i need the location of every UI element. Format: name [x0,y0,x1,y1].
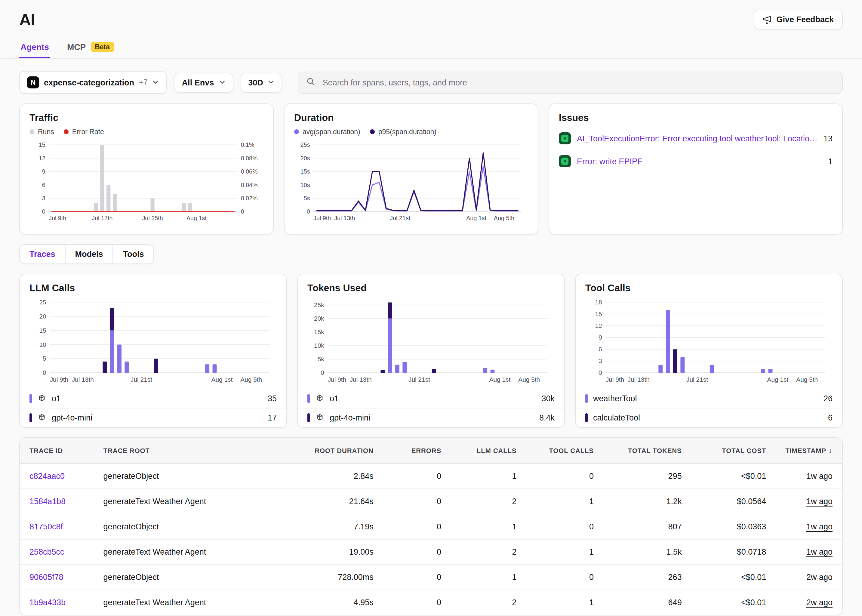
svg-text:15: 15 [595,310,602,317]
trace-id-link[interactable]: 81750c8f [30,522,63,531]
duration-chart[interactable]: 05s10s15s20s25sJul 9thJul 13thJul 21stAu… [294,138,528,226]
tab-agents[interactable]: Agents [19,37,50,58]
timestamp-link[interactable]: 1w ago [806,497,832,506]
env-filter-label: All Envs [182,78,214,87]
cell-llm_calls: 1 [451,514,526,539]
column-header-total_cost[interactable]: TOTAL COST [691,438,776,464]
chevron-down-icon [152,78,159,87]
column-header-trace_id[interactable]: TRACE ID [20,438,94,464]
give-feedback-button[interactable]: Give Feedback [754,9,843,30]
table-row[interactable]: c824aac0generateObject2.84s010295<$0.011… [20,464,842,489]
time-range-dropdown[interactable]: 30D [240,72,283,92]
timestamp-link[interactable]: 1w ago [806,471,832,481]
svg-text:25s: 25s [300,141,310,148]
column-header-llm_calls[interactable]: LLM CALLS [451,438,526,464]
svg-text:Aug 5th: Aug 5th [494,215,514,222]
table-row[interactable]: 1584a1b8generateText Weather Agent21.64s… [20,489,842,514]
summary-row-gpt-4o-mini[interactable]: gpt-4o-mini17 [20,408,286,427]
search-input[interactable] [322,77,834,88]
series-name: gpt-4o-mini [330,413,370,422]
column-header-tool_calls[interactable]: TOOL CALLS [526,438,603,464]
cell-timestamp: 1w ago [776,514,842,539]
table-row[interactable]: 90605f78generateObject728.00ms010263<$0.… [20,564,842,590]
summary-row-gpt-4o-mini[interactable]: gpt-4o-mini8.4k [298,408,564,427]
main-tabs: Agents MCP Beta [0,37,862,59]
tokens-used-chart[interactable]: 05k10k15k20k25kJul 9thJul 13thJul 21stAu… [308,297,554,385]
timestamp-link[interactable]: 2w ago [806,598,832,607]
svg-text:9: 9 [42,168,46,175]
tab-mcp-label: MCP [67,42,86,52]
svg-text:0: 0 [307,208,310,215]
cell-total_cost: $0.0564 [691,489,776,514]
cell-total_tokens: 1.5k [603,539,691,564]
issue-row[interactable]: Error: write EPIPE1 [559,150,832,173]
beta-badge: Beta [91,42,114,52]
traffic-legend: Runs Error Rate [30,127,264,137]
svg-text:0: 0 [241,208,244,215]
series-name: calculateTool [593,413,640,422]
svg-text:3: 3 [598,357,602,364]
series-total: 35 [268,394,277,403]
cell-total_cost: $0.0363 [691,514,776,539]
trace-id-link[interactable]: 1584a1b8 [30,497,66,506]
svg-text:5: 5 [43,355,46,362]
llm-calls-card: LLM Calls 0510152025Jul 9thJul 13thJul 2… [19,274,287,428]
traffic-chart[interactable]: 0030.02%60.04%90.06%120.08%150.1%Jul 9th… [30,138,264,226]
trace-id-link[interactable]: c824aac0 [30,471,65,481]
summary-row-calculateTool[interactable]: calculateTool6 [576,408,842,427]
cell-llm_calls: 2 [451,590,526,615]
p95-duration-legend-dot [370,129,375,134]
cell-total_tokens: 295 [603,464,691,489]
tool-calls-chart[interactable]: 0369121518Jul 9thJul 13thJul 21stAug 1st… [585,297,832,385]
search-icon [306,77,316,88]
search-bar[interactable] [298,71,843,94]
tab-traces[interactable]: Traces [20,245,66,264]
svg-text:0.08%: 0.08% [241,155,258,162]
svg-text:20: 20 [39,313,46,320]
timestamp-link[interactable]: 1w ago [806,522,832,531]
issue-link[interactable]: AI_ToolExecutionError: Error executing t… [577,134,818,143]
summary-row-o1[interactable]: o135 [20,389,286,408]
trace-id-link[interactable]: 258cb5cc [30,547,64,556]
cell-trace_root: generateObject [94,564,275,590]
tab-models[interactable]: Models [66,245,113,264]
cell-trace_root: generateObject [94,514,275,539]
column-header-timestamp[interactable]: TIMESTAMP↓ [776,438,842,464]
project-filter-dropdown[interactable]: N expense-categorization +7 [19,71,167,94]
openai-icon [315,394,324,403]
cell-llm_calls: 1 [451,464,526,489]
trace-id-link[interactable]: 1b9a433b [30,598,66,607]
issue-row[interactable]: AI_ToolExecutionError: Error executing t… [559,127,832,150]
env-filter-dropdown[interactable]: All Envs [174,72,233,92]
tab-mcp[interactable]: MCP Beta [66,37,115,58]
timestamp-link[interactable]: 1w ago [806,547,832,556]
svg-text:Jul 25th: Jul 25th [142,215,163,222]
svg-text:25: 25 [39,299,46,306]
tab-tools[interactable]: Tools [113,245,154,264]
issue-link[interactable]: Error: write EPIPE [577,157,822,166]
llm-calls-chart[interactable]: 0510152025Jul 9thJul 13thJul 21stAug 1st… [30,297,277,385]
cell-total_cost: <$0.01 [691,590,776,615]
trace-id-link[interactable]: 90605f78 [30,573,63,582]
table-row[interactable]: 81750c8fgenerateObject7.19s010807$0.0363… [20,514,842,539]
column-header-total_tokens[interactable]: TOTAL TOKENS [603,438,691,464]
svg-text:Jul 9th: Jul 9th [328,376,347,383]
cell-timestamp: 1w ago [776,539,842,564]
chevron-down-icon [268,78,275,87]
cell-root_duration: 728.00ms [275,564,383,590]
table-row[interactable]: 258cb5ccgenerateText Weather Agent19.00s… [20,539,842,564]
cell-root_duration: 19.00s [275,539,383,564]
summary-row-weatherTool[interactable]: weatherTool26 [576,389,842,408]
column-header-errors[interactable]: ERRORS [383,438,451,464]
column-header-root_duration[interactable]: ROOT DURATION [275,438,383,464]
cell-trace_root: generateObject [94,464,275,489]
timestamp-link[interactable]: 2w ago [806,573,832,582]
cell-timestamp: 2w ago [776,564,842,590]
cell-errors: 0 [383,489,451,514]
svg-text:10s: 10s [300,182,310,188]
column-header-trace_root[interactable]: TRACE ROOT [94,438,275,464]
cell-tool_calls: 1 [526,590,603,615]
legend-item-runs: Runs [30,128,54,135]
summary-row-o1[interactable]: o130k [298,389,564,408]
table-row[interactable]: 1b9a433bgenerateText Weather Agent4.95s0… [20,590,842,615]
